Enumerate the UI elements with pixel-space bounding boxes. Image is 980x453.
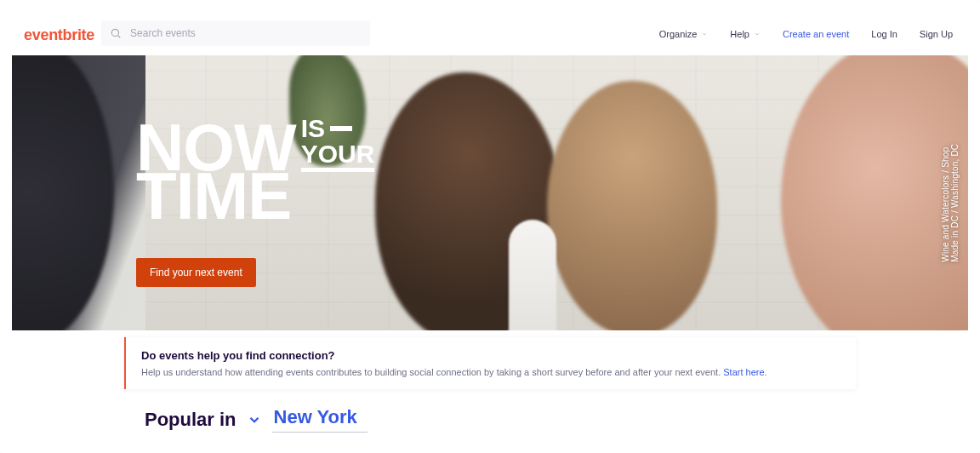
hero-bottle: [509, 220, 556, 330]
hero-person-2: [547, 81, 717, 330]
hero-dash: [330, 126, 352, 131]
nav-login[interactable]: Log In: [871, 29, 897, 39]
survey-period: .: [765, 367, 767, 377]
nav-organize-label: Organize: [659, 29, 698, 39]
hero-figure-left: [12, 55, 114, 330]
survey-text: Help us understand how attending events …: [141, 367, 723, 377]
svg-line-1: [118, 36, 121, 38]
header: eventbrite Organize Help Create an event…: [12, 13, 968, 55]
nav-organize[interactable]: Organize: [659, 29, 709, 39]
photo-credit: Wine and Watercolors / Shop Made in DC /…: [941, 124, 960, 262]
hero-word-is: IS: [301, 116, 325, 141]
nav-create-event[interactable]: Create an event: [783, 29, 849, 39]
survey-banner: Do events help you find connection? Help…: [124, 337, 856, 389]
popular-in: Popular in New York: [145, 406, 968, 433]
search-input[interactable]: [130, 27, 362, 39]
svg-point-0: [111, 29, 118, 36]
chevron-down-icon[interactable]: [247, 412, 262, 427]
hero-headline: NOW IS YOUR TIME: [136, 122, 374, 222]
nav-signup[interactable]: Sign Up: [920, 29, 953, 39]
survey-link[interactable]: Start here: [723, 367, 764, 377]
search-box[interactable]: [101, 20, 370, 46]
chevron-down-icon: [701, 31, 708, 37]
hero-word-your: YOUR: [301, 141, 375, 167]
nav-help-label: Help: [730, 29, 749, 39]
find-event-button[interactable]: Find your next event: [136, 258, 256, 287]
survey-title: Do events help you find connection?: [141, 349, 840, 362]
nav-help[interactable]: Help: [730, 29, 761, 39]
chevron-down-icon: [754, 31, 761, 37]
nav-right: Organize Help Create an event Log In Sig…: [659, 29, 953, 39]
logo[interactable]: eventbrite: [24, 26, 94, 44]
survey-desc: Help us understand how attending events …: [141, 367, 840, 377]
popular-label: Popular in: [145, 409, 236, 431]
hero-word-time: TIME: [136, 170, 374, 222]
search-icon: [110, 27, 122, 39]
popular-city-input[interactable]: New York: [272, 406, 368, 433]
hero: NOW IS YOUR TIME Find your next event Wi…: [12, 55, 968, 330]
hero-person-3: [781, 55, 968, 330]
